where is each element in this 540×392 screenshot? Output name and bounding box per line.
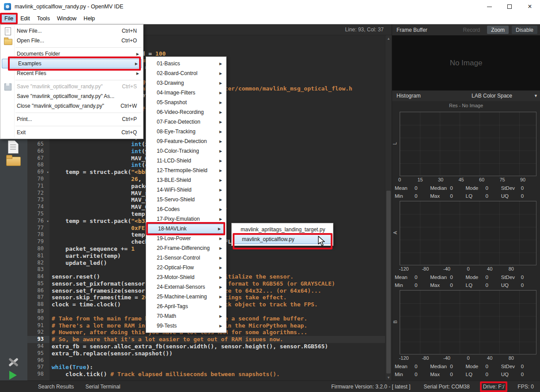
- examples-item-03-drawing[interactable]: 03-Drawing▶: [146, 78, 226, 88]
- examples-item-19-low-power[interactable]: 19-Low-Power▶: [146, 234, 226, 243]
- examples-item-10-color-tracking[interactable]: 10-Color-Tracking▶: [146, 146, 226, 156]
- submenu-arrow-icon: ▶: [219, 305, 222, 309]
- tick-label: -40: [443, 355, 450, 361]
- examples-item-09-feature-detection[interactable]: 09-Feature-Detection▶: [146, 136, 226, 146]
- menubar-item-edit[interactable]: Edit: [17, 13, 34, 24]
- examples-item-20-frame-differencing[interactable]: 20-Frame-Differencing▶: [146, 243, 226, 253]
- examples-item-08-eye-tracking[interactable]: 08-Eye-Tracking▶: [146, 127, 226, 136]
- minimize-button[interactable]: [479, 0, 499, 13]
- examples-item-07-face-detection[interactable]: 07-Face-Detection▶: [146, 117, 226, 127]
- open-file-icon: [3, 37, 13, 45]
- editor-scrollbar[interactable]: ▲ ▼: [385, 35, 392, 381]
- file-menu-item-open-file[interactable]: Open File...Ctrl+O: [0, 36, 143, 45]
- examples-item-22-optical-flow[interactable]: 22-Optical-Flow▶: [146, 263, 226, 272]
- code-line[interactable]: [52, 357, 385, 364]
- examples-item-16-codes[interactable]: 16-Codes▶: [146, 204, 226, 214]
- tab-serial-terminal[interactable]: Serial Terminal: [85, 384, 120, 390]
- examples-item-18-mavlink[interactable]: 18-MAVLink▶: [147, 224, 225, 234]
- line-number: 96: [27, 357, 49, 364]
- file-menu-item-documents-folder[interactable]: Documents Folder▶: [0, 49, 143, 59]
- scrollbar-thumb[interactable]: [386, 191, 391, 373]
- cursor-position-status: Line: 93, Col: 37: [345, 26, 384, 33]
- menubar-item-file[interactable]: File: [1, 13, 17, 24]
- mavlink-item-mavlink-apriltags-landing-target-py[interactable]: mavlink_apriltags_landing_target.py: [232, 225, 333, 234]
- examples-item-26-april-tags[interactable]: 26-April-Tags▶: [146, 302, 226, 311]
- file-menu-item-save-mavlink-opticalflow-randy-py-as[interactable]: Save "mavlink_opticalflow_randy.py" As..…: [0, 91, 143, 101]
- line-number: 85: [27, 280, 49, 287]
- code-line[interactable]: extra_fb = sensor.alloc_extra_fb(sensor.…: [52, 343, 385, 350]
- file-menu-item-examples[interactable]: Examples▶: [2, 59, 142, 68]
- stat-max: Max0: [430, 372, 465, 377]
- code-line[interactable]: clock.tick() # Track elapsed millisecond…: [52, 371, 385, 378]
- examples-item-24-external-sensors[interactable]: 24-External-Sensors▶: [146, 282, 226, 292]
- examples-item-11-lcd-shield[interactable]: 11-LCD-Shield▶: [146, 156, 226, 166]
- disable-button[interactable]: Disable: [512, 26, 537, 34]
- file-menu-item-print[interactable]: Print...Ctrl+P: [0, 114, 143, 124]
- menu-item-shortcut: Ctrl+N: [122, 28, 140, 34]
- tick-label: -40: [443, 266, 450, 271]
- stat-min: Min0: [395, 372, 430, 377]
- file-menu-item-new-file[interactable]: New File...Ctrl+N: [0, 26, 143, 36]
- scroll-down-icon[interactable]: ▼: [385, 374, 392, 381]
- examples-item-25-machine-learning[interactable]: 25-Machine-Learning▶: [146, 292, 226, 302]
- stat-mean: Mean0: [395, 275, 430, 280]
- firmware-version-status: Firmware Version: 3.2.0 - [ latest ]: [331, 384, 410, 390]
- menu-icon-slot: [3, 116, 13, 123]
- examples-item-06-video-recording[interactable]: 06-Video-Recording▶: [146, 107, 226, 117]
- fold-marker-icon[interactable]: ▾: [47, 218, 49, 225]
- examples-item-70-math[interactable]: 70-Math▶: [146, 311, 226, 321]
- menu-item-label: 12-Thermopile-Shield: [149, 167, 223, 173]
- tools-icon[interactable]: [7, 355, 19, 369]
- stat-uq: UQ0: [501, 283, 536, 288]
- run-script-button[interactable]: [9, 371, 17, 380]
- maximize-button[interactable]: [499, 0, 520, 13]
- examples-item-01-basics[interactable]: 01-Basics▶: [146, 59, 226, 68]
- stat-median: Median0: [430, 364, 465, 369]
- examples-item-21-sensor-control[interactable]: 21-Sensor-Control▶: [146, 253, 226, 263]
- menu-item-label: Save "mavlink_opticalflow_randy.py": [13, 83, 122, 90]
- fold-marker-icon[interactable]: ▾: [47, 169, 49, 176]
- examples-item-02-board-control[interactable]: 02-Board-Control▶: [146, 68, 226, 78]
- examples-item-17-pixy-emulation[interactable]: 17-Pixy-Emulation▶: [146, 214, 226, 224]
- menubar: FileEditToolsWindowHelp: [0, 13, 540, 24]
- menubar-item-window[interactable]: Window: [53, 13, 80, 24]
- examples-item-12-thermopile-shield[interactable]: 12-Thermopile-Shield▶: [146, 166, 226, 175]
- stat-mode: Mode0: [466, 185, 501, 191]
- examples-item-15-servo-shield[interactable]: 15-Servo-Shield▶: [146, 195, 226, 204]
- tick-label: 40: [487, 266, 492, 271]
- examples-item-14-wifi-shield[interactable]: 14-WiFi-Shield▶: [146, 185, 226, 195]
- file-menu-item-exit[interactable]: ExitCtrl+Q: [0, 128, 143, 137]
- menubar-item-help[interactable]: Help: [80, 13, 98, 24]
- code-line[interactable]: extra_fb.replace(sensor.snapshot()): [52, 350, 385, 357]
- examples-item-04-image-filters[interactable]: 04-Image-Filters▶: [146, 88, 226, 98]
- stat-mean: Mean0: [395, 185, 430, 191]
- new-file-toolbar-icon[interactable]: [8, 140, 19, 154]
- examples-item-13-ble-shield[interactable]: 13-BLE-Shield▶: [146, 175, 226, 185]
- examples-item-99-tests[interactable]: 99-Tests▶: [146, 321, 226, 331]
- menubar-item-tools[interactable]: Tools: [34, 13, 53, 24]
- tick-label: -80: [422, 355, 429, 361]
- file-menu-item-recent-files[interactable]: Recent Files▶: [0, 68, 143, 78]
- color-space-select[interactable]: LAB Color Space ▼: [444, 90, 540, 101]
- line-number: 71: [27, 183, 49, 190]
- histogram-charts: L0153045607590Mean0Median0Mode0StDev0Min…: [392, 110, 540, 381]
- histogram-plot-l: [400, 112, 536, 176]
- stat-stdev: StDev0: [501, 275, 536, 280]
- examples-item-05-snapshot[interactable]: 05-Snapshot▶: [146, 98, 226, 107]
- scroll-up-icon[interactable]: ▲: [385, 35, 392, 41]
- tab-search-results[interactable]: Search Results: [38, 384, 74, 390]
- open-file-toolbar-icon[interactable]: [6, 155, 20, 166]
- line-number: 81: [27, 253, 49, 260]
- close-button[interactable]: ×: [520, 0, 540, 13]
- examples-item-23-motor-shield[interactable]: 23-Motor-Shield▶: [146, 272, 226, 282]
- status-drive[interactable]: Drive: F:/: [483, 384, 505, 390]
- submenu-arrow-icon: ▶: [219, 110, 222, 114]
- submenu-arrow-icon: ▶: [219, 81, 222, 85]
- submenu-arrow-icon: ▶: [219, 295, 222, 299]
- file-menu-item-close-mavlink-opticalflow-randy-py[interactable]: Close "mavlink_opticalflow_randy.py"Ctrl…: [0, 101, 143, 111]
- histogram-plot-b: [400, 290, 536, 354]
- code-line[interactable]: while(True):: [52, 364, 385, 371]
- zoom-button[interactable]: Zoom: [487, 26, 509, 34]
- mavlink-item-mavlink-opticalflow-py[interactable]: mavlink_opticalflow.py: [233, 234, 332, 244]
- code-line[interactable]: # So, be aware that it's a lot easier to…: [52, 336, 385, 343]
